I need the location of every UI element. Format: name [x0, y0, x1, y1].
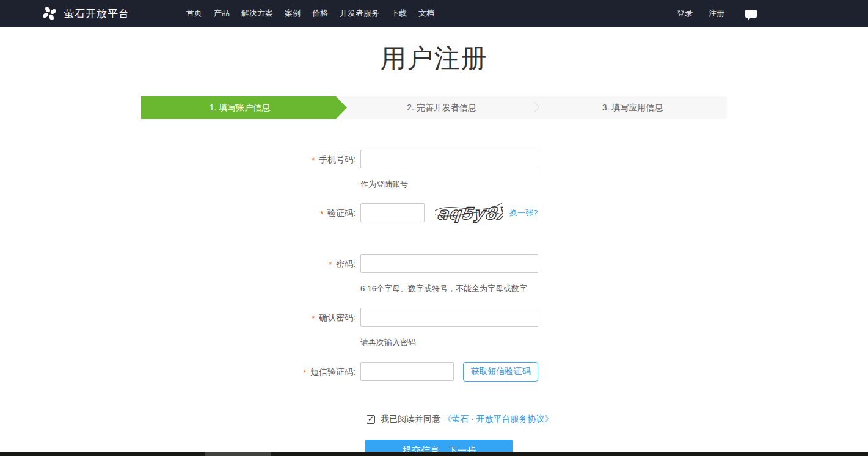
agreement-text: 我已阅读并同意 — [381, 414, 440, 425]
nav-item-pricing[interactable]: 价格 — [312, 8, 328, 19]
brand-pinwheel-icon — [42, 5, 57, 21]
required-asterisk: * — [312, 156, 315, 165]
login-link[interactable]: 登录 — [677, 8, 693, 19]
confirm-password-input[interactable] — [360, 308, 538, 327]
get-sms-code-button[interactable]: 获取短信验证码 — [463, 362, 538, 382]
taskbar-edge — [0, 452, 868, 456]
step-1-account-info: 1. 填写账户信息 — [141, 96, 347, 119]
brand-name: 萤石开放平台 — [64, 7, 129, 21]
step-2-developer-info: 2. 完善开发者信息 — [347, 96, 536, 119]
required-asterisk: * — [303, 369, 306, 377]
confirm-password-row: *确认密码: 请再次输入密码 — [0, 308, 868, 348]
required-asterisk: * — [320, 210, 323, 219]
registration-form: *手机号码: 作为登陆账号 *验证码: aq5y8X 换一张? — [0, 150, 868, 456]
required-asterisk: * — [312, 314, 315, 323]
nav-right-group: 登录 注册 — [677, 0, 757, 27]
captcha-image[interactable]: aq5y8X — [434, 200, 503, 225]
page-title: 用户注册 — [0, 43, 868, 74]
required-asterisk: * — [329, 261, 332, 269]
sms-code-input[interactable] — [360, 362, 454, 381]
chat-bubble-icon[interactable] — [745, 10, 757, 18]
nav-item-docs[interactable]: 文档 — [418, 8, 434, 19]
sms-code-row: *短信验证码: 获取短信验证码 — [0, 362, 868, 382]
register-link[interactable]: 注册 — [709, 8, 724, 19]
password-hint: 6-16个字母、数字或符号，不能全为字母或数字 — [360, 283, 538, 294]
phone-input[interactable] — [360, 150, 538, 168]
nav-item-cases[interactable]: 案例 — [285, 8, 301, 19]
nav-item-products[interactable]: 产品 — [214, 8, 230, 19]
service-agreement-link[interactable]: 《萤石 · 开放平台服务协议》 — [443, 414, 553, 425]
sms-code-label: *短信验证码: — [0, 362, 360, 378]
nav-item-home[interactable]: 首页 — [186, 8, 202, 19]
password-input[interactable] — [360, 254, 538, 273]
captcha-row: *验证码: aq5y8X 换一张? — [0, 203, 868, 225]
phone-label: *手机号码: — [0, 150, 360, 165]
password-label: *密码: — [0, 254, 360, 270]
top-navbar: 萤石开放平台 首页 产品 解决方案 案例 价格 开发者服务 下载 文档 登录 注… — [0, 0, 868, 27]
agreement-row: 我已阅读并同意 《萤石 · 开放平台服务协议》 — [367, 414, 868, 425]
agreement-checkbox[interactable] — [367, 415, 375, 424]
captcha-refresh-link[interactable]: 换一张? — [509, 208, 538, 219]
confirm-password-hint: 请再次输入密码 — [360, 337, 538, 348]
captcha-label: *验证码: — [0, 203, 360, 219]
nav-item-solutions[interactable]: 解决方案 — [241, 8, 273, 19]
brand[interactable]: 萤石开放平台 — [42, 5, 129, 21]
taskbar-edge-segment — [205, 452, 271, 456]
nav-item-download[interactable]: 下载 — [391, 8, 407, 19]
step-3-app-info: 3. 填写应用信息 — [538, 96, 727, 119]
password-row: *密码: 6-16个字母、数字或符号，不能全为字母或数字 — [0, 254, 868, 294]
nav-links: 首页 产品 解决方案 案例 价格 开发者服务 下载 文档 — [186, 8, 434, 19]
step-wizard: 1. 填写账户信息 2. 完善开发者信息 3. 填写应用信息 — [141, 96, 727, 119]
phone-hint: 作为登陆账号 — [360, 179, 538, 190]
phone-row: *手机号码: 作为登陆账号 — [0, 150, 868, 190]
confirm-password-label: *确认密码: — [0, 308, 360, 324]
captcha-input[interactable] — [360, 203, 425, 222]
nav-item-developer-services[interactable]: 开发者服务 — [340, 8, 379, 19]
